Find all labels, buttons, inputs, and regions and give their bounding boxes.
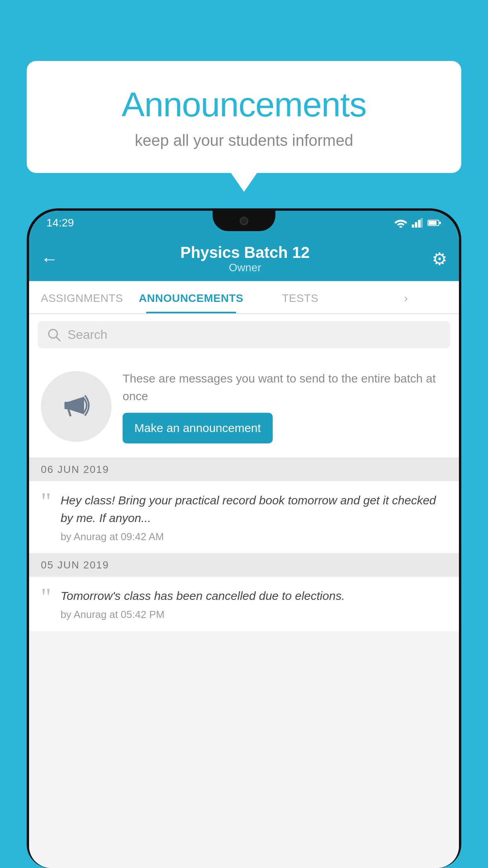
date-divider-2: 05 JUN 2019 [29,554,459,577]
phone-frame: 14:29 [27,208,461,868]
header-title-block: Physics Batch 12 Owner [58,244,432,274]
status-time: 14:29 [46,217,74,229]
header-subtitle: Owner [58,261,432,274]
camera [240,217,248,225]
quote-icon-2: " [41,585,51,610]
announcement-item-2[interactable]: " Tomorrow's class has been cancelled du… [29,577,459,631]
svg-line-8 [56,337,60,341]
status-icons [394,218,442,228]
search-icon [47,328,61,342]
app-header: ← Physics Batch 12 Owner ⚙ [29,235,459,281]
svg-rect-2 [418,220,420,228]
search-bar-wrapper: Search [29,314,459,355]
bubble-title: Announcements [46,85,442,125]
speech-bubble-wrapper: Announcements keep all your students inf… [27,61,461,173]
back-button[interactable]: ← [41,249,58,269]
announcement-author-2: by Anurag at 05:42 PM [61,609,447,621]
quote-icon-1: " [41,489,51,514]
svg-rect-6 [429,221,437,225]
search-placeholder: Search [68,327,107,342]
bubble-subtitle: keep all your students informed [46,132,442,149]
svg-rect-0 [412,224,414,228]
make-announcement-button[interactable]: Make an announcement [123,413,273,443]
announcement-message-2: Tomorrow's class has been cancelled due … [61,587,447,605]
speech-bubble: Announcements keep all your students inf… [27,61,461,173]
tab-assignments[interactable]: ASSIGNMENTS [29,281,135,313]
phone-notch [213,211,275,231]
search-bar[interactable]: Search [38,321,450,348]
svg-rect-3 [420,218,423,228]
settings-button[interactable]: ⚙ [432,249,447,269]
header-title: Physics Batch 12 [58,244,432,261]
tab-tests[interactable]: TESTS [248,281,353,313]
megaphone-icon [59,389,94,424]
promo-right: These are messages you want to send to t… [123,370,447,443]
announcement-text-block-2: Tomorrow's class has been cancelled due … [61,587,447,621]
signal-icon [412,218,423,228]
wifi-icon [394,218,407,228]
svg-rect-5 [439,222,441,224]
date-label-1: 06 JUN 2019 [41,463,109,476]
content-area: Search These are messages you want [29,314,459,868]
promo-block: These are messages you want to send to t… [29,355,459,458]
tab-bar: ASSIGNMENTS ANNOUNCEMENTS TESTS › [29,281,459,314]
announcement-author-1: by Anurag at 09:42 AM [61,531,447,543]
tab-announcements[interactable]: ANNOUNCEMENTS [135,281,247,313]
svg-rect-1 [415,222,417,228]
date-divider-1: 06 JUN 2019 [29,458,459,481]
phone-inner: 14:29 [29,211,459,868]
promo-icon-circle [41,371,112,442]
announcement-text-block-1: Hey class! Bring your practical record b… [61,491,447,543]
svg-rect-9 [64,402,70,409]
tab-more[interactable]: › [353,281,459,313]
announcement-message-1: Hey class! Bring your practical record b… [61,491,447,527]
battery-icon [427,219,442,227]
announcement-item-1[interactable]: " Hey class! Bring your practical record… [29,481,459,554]
promo-description: These are messages you want to send to t… [123,370,447,405]
date-label-2: 05 JUN 2019 [41,559,109,571]
